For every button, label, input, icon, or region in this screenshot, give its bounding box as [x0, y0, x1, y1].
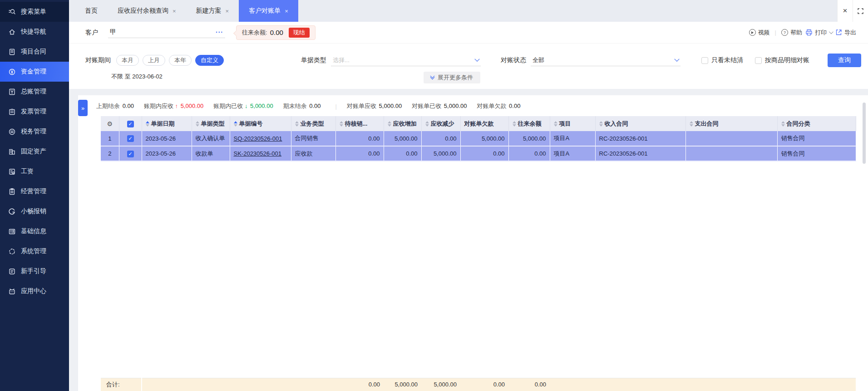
sidebar-item-salary[interactable]: 工资	[0, 161, 69, 181]
by-product-checkbox[interactable]: 按商品明细对账	[755, 56, 809, 64]
vertical-scrollbar[interactable]	[863, 103, 866, 164]
sidebar-item-app-center[interactable]: 应用中心	[0, 281, 69, 301]
tab-customer-statement[interactable]: 客户对账单 ×	[239, 0, 298, 22]
end-balance-value: 0.00	[309, 103, 321, 109]
sidebar-item-business-management[interactable]: 经营管理	[0, 181, 69, 201]
sidebar-item-label: 基础信息	[21, 227, 46, 235]
export-button[interactable]: 导出	[835, 29, 856, 37]
toolbar: 客户 甲 ··· 往来余额: 0.00 现结 视频 | ? 帮助	[69, 22, 868, 44]
col-date[interactable]: 单据日期	[142, 116, 192, 131]
tab-close-icon[interactable]: ×	[173, 8, 176, 15]
sort-icon[interactable]	[196, 121, 199, 127]
status-select[interactable]: 全部	[531, 55, 681, 66]
help-button[interactable]: ? 帮助	[781, 29, 802, 37]
period-pills: 本月 上月 本年 自定义	[116, 55, 224, 66]
doc-number-link[interactable]: SK-20230526-001	[234, 150, 282, 157]
table-row[interactable]: 2 ✓ 2023-05-26 收款单 SK-20230526-001 应收款 0…	[101, 146, 856, 161]
fullscreen-button[interactable]	[853, 0, 868, 22]
expand-more-label: 展开更多条件	[438, 73, 473, 82]
table-row[interactable]: 1 ✓ 2023-05-26 收入确认单 SQ-20230526-001 合同销…	[101, 131, 856, 146]
sort-icon[interactable]	[781, 121, 785, 127]
sidebar-item-project-contract[interactable]: 项目合同	[0, 42, 69, 62]
checkbox-icon[interactable]	[755, 57, 762, 64]
sort-icon[interactable]	[146, 121, 149, 127]
col-biz[interactable]: 业务类型	[291, 116, 335, 131]
period-this-month[interactable]: 本月	[116, 55, 139, 66]
sidebar-item-base-info[interactable]: 基础信息	[0, 221, 69, 241]
app-center-icon	[8, 288, 16, 295]
main-area: 首页 应收应付余额查询 × 新建方案 × 客户对账单 × ×	[69, 0, 868, 391]
col-increase[interactable]: 应收增加	[384, 116, 421, 131]
doc-number-link[interactable]: SQ-20230526-001	[234, 135, 282, 142]
sidebar-item-system-management[interactable]: 系统管理	[0, 241, 69, 261]
sidebar-item-newbie-guide[interactable]: 新手引导	[0, 261, 69, 281]
tab-new-plan[interactable]: 新建方案 ×	[186, 0, 239, 22]
panel-expander-button[interactable]: »	[78, 100, 88, 116]
print-button[interactable]: 打印	[805, 29, 832, 37]
sidebar-item-search-menu[interactable]: 搜索菜单	[0, 2, 69, 22]
sidebar-item-tax-management[interactable]: 税务管理	[0, 122, 69, 142]
export-label: 导出	[844, 29, 856, 37]
sort-icon[interactable]	[388, 121, 391, 127]
sort-icon[interactable]	[554, 121, 557, 127]
tab-close-icon[interactable]: ×	[285, 8, 288, 15]
col-expense-contract[interactable]: 支出合同	[686, 116, 777, 131]
col-type[interactable]: 单据类型	[192, 116, 230, 131]
close-window-button[interactable]: ×	[837, 0, 853, 22]
tab-balance-query[interactable]: 应收应付余额查询 ×	[108, 0, 186, 22]
only-unsettled-label: 只看未结清	[711, 56, 743, 64]
row-checkbox[interactable]: ✓	[127, 151, 134, 157]
doc-type-select[interactable]: 选择...	[331, 55, 481, 66]
col-income-contract[interactable]: 收入合同	[595, 116, 686, 131]
col-decrease[interactable]: 应收减少	[421, 116, 460, 131]
sidebar-item-expense-app[interactable]: 小畅报销	[0, 201, 69, 221]
sidebar-item-label: 固定资产	[21, 147, 46, 156]
query-button[interactable]: 查询	[828, 54, 861, 67]
sort-icon[interactable]	[690, 121, 693, 127]
period-custom[interactable]: 自定义	[195, 55, 224, 66]
video-button[interactable]: 视频	[749, 29, 770, 37]
sidebar-item-fixed-assets[interactable]: 固定资产	[0, 142, 69, 161]
balance-label: 往来余额:	[242, 29, 267, 37]
app-window: 搜索菜单 快捷导航 项目合同 资金管理 总账管理 发票管理 税务管理 固定资产	[0, 0, 868, 391]
cell-balance: 5,000.00	[508, 131, 550, 146]
window-controls: ×	[837, 0, 868, 22]
col-project[interactable]: 项目	[550, 116, 595, 131]
cell-type: 收入确认单	[192, 131, 230, 146]
sidebar-item-general-ledger[interactable]: 总账管理	[0, 82, 69, 102]
cell-date: 2023-05-26	[142, 131, 192, 146]
col-category[interactable]: 合同分类	[777, 116, 856, 131]
tab-label: 应收应付余额查询	[118, 7, 168, 15]
col-owed[interactable]: 对账单欠款	[460, 116, 508, 131]
sort-icon[interactable]	[513, 121, 516, 127]
sidebar-item-invoice-management[interactable]: 发票管理	[0, 102, 69, 122]
customer-label: 客户	[85, 29, 98, 37]
sort-icon[interactable]	[599, 121, 603, 127]
chevron-down-icon[interactable]	[829, 29, 833, 34]
expand-more-button[interactable]: 展开更多条件	[424, 72, 480, 83]
tab-home[interactable]: 首页	[75, 0, 108, 22]
col-no[interactable]: 单据编号	[230, 116, 291, 131]
sidebar-item-label: 税务管理	[21, 127, 46, 136]
up-arrow-icon: ↑	[175, 103, 178, 109]
period-last-month[interactable]: 上月	[143, 55, 165, 66]
col-balance[interactable]: 往来余额	[508, 116, 550, 131]
sidebar-item-quick-nav[interactable]: 快捷导航	[0, 22, 69, 42]
more-options-icon[interactable]: ···	[216, 29, 223, 36]
only-unsettled-checkbox[interactable]: 只看未结清	[701, 56, 743, 64]
sort-icon[interactable]	[340, 121, 343, 127]
sort-icon[interactable]	[295, 121, 299, 127]
tab-close-icon[interactable]: ×	[226, 8, 229, 15]
sidebar-item-funds-management[interactable]: 资金管理	[0, 62, 69, 82]
col-pending[interactable]: 待核销...	[335, 116, 384, 131]
sort-icon[interactable]	[425, 121, 429, 127]
home-icon	[8, 28, 16, 36]
column-settings-icon[interactable]: ⚙	[107, 120, 113, 127]
select-all-checkbox[interactable]: ✓	[127, 121, 134, 127]
checkbox-icon[interactable]	[701, 57, 708, 64]
sort-icon[interactable]	[234, 121, 237, 127]
row-checkbox[interactable]: ✓	[127, 135, 134, 142]
sidebar-item-label: 工资	[21, 167, 34, 176]
customer-input[interactable]: 甲 ···	[108, 27, 225, 38]
period-this-year[interactable]: 本年	[169, 55, 192, 66]
